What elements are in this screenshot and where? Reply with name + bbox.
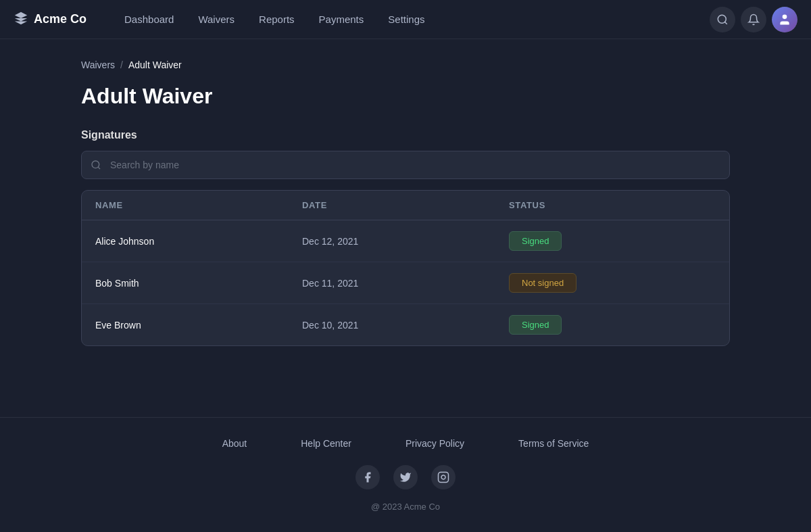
breadcrumb-separator: / bbox=[120, 59, 123, 70]
brand-name: Acme Co bbox=[34, 12, 87, 26]
table-row[interactable]: Eve Brown Dec 10, 2021 Signed bbox=[82, 304, 729, 345]
cell-status-2: Signed bbox=[509, 315, 716, 335]
facebook-icon-button[interactable] bbox=[355, 465, 380, 489]
cell-name-0: Alice Johnson bbox=[95, 236, 302, 247]
nav-link-payments[interactable]: Payments bbox=[308, 8, 375, 30]
footer-link-about[interactable]: About bbox=[222, 438, 247, 449]
avatar bbox=[772, 7, 797, 32]
footer-links: About Help Center Privacy Policy Terms o… bbox=[27, 438, 784, 449]
table-row[interactable]: Alice Johnson Dec 12, 2021 Signed bbox=[82, 220, 729, 262]
status-badge-not-signed-1[interactable]: Not signed bbox=[509, 273, 576, 293]
svg-line-1 bbox=[724, 22, 727, 24]
instagram-icon-button[interactable] bbox=[431, 465, 456, 489]
footer-copyright: @ 2023 Acme Co bbox=[27, 502, 784, 512]
footer-social bbox=[27, 465, 784, 489]
twitter-icon-button[interactable] bbox=[393, 465, 418, 489]
svg-point-0 bbox=[718, 15, 726, 23]
user-avatar-button[interactable] bbox=[772, 7, 797, 32]
nav-link-settings[interactable]: Settings bbox=[377, 8, 435, 30]
cell-date-2: Dec 10, 2021 bbox=[302, 320, 509, 331]
svg-point-3 bbox=[92, 161, 99, 168]
navbar: Acme Co Dashboard Waivers Reports Paymen… bbox=[0, 0, 811, 39]
nav-link-reports[interactable]: Reports bbox=[248, 8, 305, 30]
nav-brand[interactable]: Acme Co bbox=[14, 11, 87, 28]
nav-links: Dashboard Waivers Reports Payments Setti… bbox=[114, 8, 710, 30]
nav-link-waivers[interactable]: Waivers bbox=[187, 8, 245, 30]
cell-status-1: Not signed bbox=[509, 273, 716, 293]
svg-point-2 bbox=[783, 14, 787, 19]
logo-icon bbox=[14, 11, 28, 28]
breadcrumb: Waivers / Adult Waiver bbox=[81, 59, 730, 70]
breadcrumb-parent[interactable]: Waivers bbox=[81, 59, 115, 70]
cell-name-2: Eve Brown bbox=[95, 320, 302, 331]
svg-rect-5 bbox=[439, 473, 449, 483]
svg-line-4 bbox=[98, 167, 100, 169]
table-header: Name Date Status bbox=[82, 191, 729, 220]
footer-link-help[interactable]: Help Center bbox=[301, 438, 351, 449]
header-status: Status bbox=[509, 200, 716, 210]
nav-actions bbox=[710, 7, 797, 32]
cell-date-1: Dec 11, 2021 bbox=[302, 278, 509, 289]
notifications-button[interactable] bbox=[741, 7, 766, 32]
nav-link-dashboard[interactable]: Dashboard bbox=[114, 8, 185, 30]
table-row[interactable]: Bob Smith Dec 11, 2021 Not signed bbox=[82, 262, 729, 304]
search-input[interactable] bbox=[81, 151, 730, 179]
section-title: Signatures bbox=[81, 129, 730, 141]
search-icon bbox=[91, 160, 101, 170]
cell-status-0: Signed bbox=[509, 231, 716, 251]
cell-date-0: Dec 12, 2021 bbox=[302, 236, 509, 247]
header-date: Date bbox=[302, 200, 509, 210]
status-badge-signed-0[interactable]: Signed bbox=[509, 231, 562, 251]
header-name: Name bbox=[95, 200, 302, 210]
cell-name-1: Bob Smith bbox=[95, 278, 302, 289]
footer: About Help Center Privacy Policy Terms o… bbox=[0, 417, 811, 532]
breadcrumb-current: Adult Waiver bbox=[128, 59, 182, 70]
search-button[interactable] bbox=[710, 7, 735, 32]
footer-link-terms[interactable]: Terms of Service bbox=[518, 438, 589, 449]
page-title: Adult Waiver bbox=[81, 84, 730, 109]
search-container bbox=[81, 151, 730, 179]
status-badge-signed-2[interactable]: Signed bbox=[509, 315, 562, 335]
footer-link-privacy[interactable]: Privacy Policy bbox=[406, 438, 464, 449]
signatures-table: Name Date Status Alice Johnson Dec 12, 2… bbox=[81, 190, 730, 346]
main-content: Waivers / Adult Waiver Adult Waiver Sign… bbox=[54, 39, 757, 417]
